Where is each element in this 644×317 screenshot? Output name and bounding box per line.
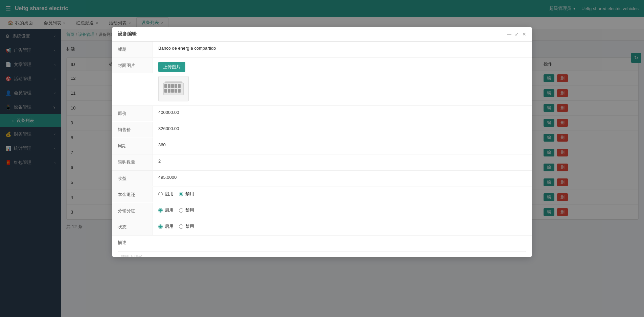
return-radio-group: 启用 禁用	[158, 191, 194, 197]
form-row-original-price: 原价 400000.00	[112, 106, 532, 122]
value-title: Banco de energía compartido	[158, 46, 216, 51]
content-sale-price: 326000.00	[153, 122, 532, 135]
value-sale-price: 326000.00	[158, 126, 179, 131]
svg-rect-10	[178, 89, 181, 93]
svg-rect-9	[175, 89, 177, 93]
label-cover: 封面图片	[112, 58, 153, 73]
form-row-yield: 收益 495.0000	[112, 171, 532, 187]
status-disable-label[interactable]: 禁用	[179, 223, 194, 229]
label-return: 本金返还	[112, 187, 153, 202]
label-sale-price: 销售价	[112, 122, 153, 138]
device-edit-modal: 设备编辑 — ⤢ ✕ 标题 Banco de energía compartid…	[112, 27, 532, 257]
svg-rect-2	[168, 84, 170, 88]
dividend-radio-group: 启用 禁用	[158, 207, 194, 213]
form-row-desc: 描述	[112, 236, 532, 257]
label-original-price: 原价	[112, 106, 153, 121]
value-original-price: 400000.00	[158, 110, 179, 115]
svg-rect-11	[165, 81, 182, 83]
label-title: 标题	[112, 42, 153, 57]
svg-rect-3	[171, 84, 174, 88]
return-enable-radio[interactable]	[158, 192, 163, 196]
modal-maximize-button[interactable]: ⤢	[515, 31, 519, 37]
value-limit: 2	[158, 158, 161, 164]
modal-header-actions: — ⤢ ✕	[507, 31, 526, 37]
svg-rect-8	[171, 89, 174, 93]
label-desc: 描述	[112, 236, 132, 250]
svg-rect-4	[175, 84, 177, 88]
content-original-price: 400000.00	[153, 106, 532, 119]
modal-overlay[interactable]: 设备编辑 — ⤢ ✕ 标题 Banco de energía compartid…	[0, 0, 644, 317]
content-return: 启用 禁用	[153, 187, 532, 201]
modal-title: 设备编辑	[118, 31, 137, 37]
form-row-limit: 限购数量 2	[112, 154, 532, 171]
content-dividend: 启用 禁用	[153, 203, 532, 217]
desc-textarea[interactable]	[118, 251, 526, 257]
svg-rect-1	[164, 84, 167, 88]
form-row-status: 状态 启用 禁用	[112, 219, 532, 236]
form-row-sale-price: 销售价 326000.00	[112, 122, 532, 138]
modal-body: 标题 Banco de energía compartido 封面图片 上传图片	[112, 42, 532, 257]
svg-rect-7	[168, 89, 170, 93]
status-disable-radio[interactable]	[179, 224, 183, 229]
content-period: 360	[153, 138, 532, 151]
content-title: Banco de energía compartido	[153, 42, 532, 55]
value-yield: 495.0000	[158, 175, 177, 180]
form-row-title: 标题 Banco de energía compartido	[112, 42, 532, 58]
label-status: 状态	[112, 219, 153, 235]
return-enable-label[interactable]: 启用	[158, 191, 174, 197]
label-yield: 收益	[112, 171, 153, 186]
form-row-cover: 封面图片 上传图片	[112, 58, 532, 106]
form-row-return: 本金返还 启用 禁用	[112, 187, 532, 203]
label-limit: 限购数量	[112, 154, 153, 170]
dividend-disable-label[interactable]: 禁用	[179, 207, 194, 213]
form-row-dividend: 分销分红 启用 禁用	[112, 203, 532, 219]
label-period: 周期	[112, 138, 153, 154]
content-status: 启用 禁用	[153, 219, 532, 234]
form-row-period: 周期 360	[112, 138, 532, 154]
product-svg	[162, 79, 185, 99]
status-enable-radio[interactable]	[158, 224, 163, 229]
label-dividend: 分销分红	[112, 203, 153, 219]
svg-rect-5	[178, 84, 181, 88]
dividend-enable-label[interactable]: 启用	[158, 207, 174, 213]
modal-minimize-button[interactable]: —	[507, 31, 511, 37]
value-period: 360	[158, 142, 166, 147]
return-disable-radio[interactable]	[179, 192, 183, 196]
modal-header: 设备编辑 — ⤢ ✕	[112, 27, 532, 42]
content-yield: 495.0000	[153, 171, 532, 184]
dividend-enable-radio[interactable]	[158, 208, 163, 213]
status-enable-label[interactable]: 启用	[158, 223, 174, 229]
modal-close-button[interactable]: ✕	[522, 31, 526, 37]
content-limit: 2	[153, 154, 532, 168]
product-image	[158, 76, 189, 101]
upload-image-button[interactable]: 上传图片	[158, 62, 185, 72]
status-radio-group: 启用 禁用	[158, 223, 194, 229]
dividend-disable-radio[interactable]	[179, 208, 183, 213]
svg-rect-6	[164, 89, 167, 93]
content-cover: 上传图片	[153, 58, 532, 105]
desc-content	[112, 250, 532, 257]
return-disable-label[interactable]: 禁用	[179, 191, 194, 197]
